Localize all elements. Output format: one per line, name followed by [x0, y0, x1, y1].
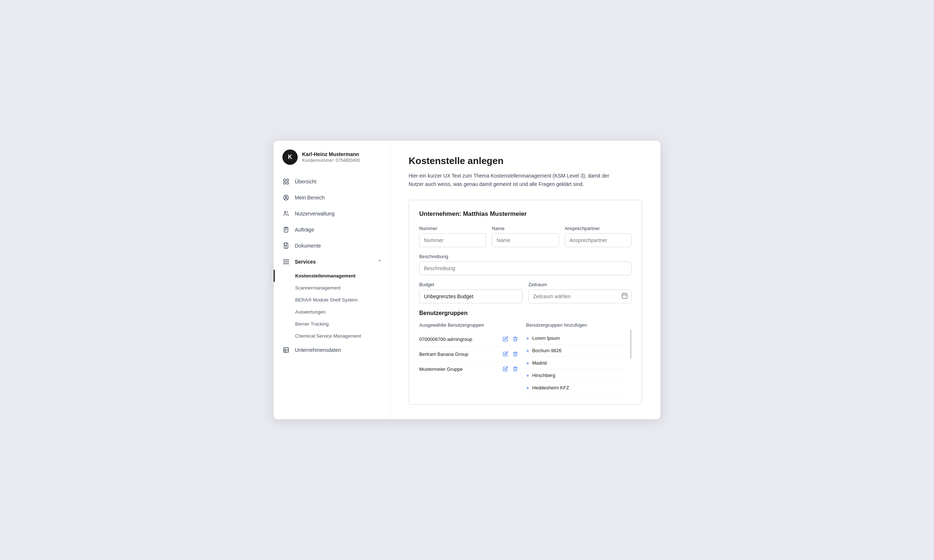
add-item-madrid[interactable]: + Madrid [526, 357, 626, 369]
input-name[interactable] [492, 233, 559, 247]
sidebar-item-services[interactable]: Services ⌃ [274, 254, 390, 270]
add-item-lorem[interactable]: + Lorem Ipsum [526, 332, 626, 345]
edit-button-mustermeier[interactable] [502, 365, 509, 373]
edit-button-bertram[interactable] [502, 350, 509, 358]
page-description: Hier ein kurzer UX Text zum Thema Kosten… [408, 172, 620, 188]
form-row-1: Nummer Name Ansprechpartner [419, 226, 632, 247]
users-icon [282, 210, 290, 217]
plus-icon-madrid: + [526, 360, 529, 366]
submenu-label-bera-module: BERA® Module Shelf System [295, 297, 358, 303]
add-item-label-madrid: Madrid [532, 360, 547, 366]
sidebar-item-dokumente[interactable]: Dokumente [274, 238, 390, 254]
label-name: Name [492, 226, 559, 231]
svg-rect-10 [284, 243, 288, 249]
svg-point-6 [285, 211, 287, 213]
form-row-3: Budget Zeitraum [419, 282, 632, 303]
bg-item-name-admingroup: 0700006700-admingroup [419, 337, 502, 342]
input-zeitraum[interactable] [528, 289, 632, 303]
apps-icon [282, 258, 290, 265]
input-nummer[interactable] [419, 233, 486, 247]
scrollbar[interactable] [630, 329, 632, 359]
sidebar-item-label-nutzerverwaltung: Nutzerverwaltung [295, 211, 334, 217]
plus-icon-heddesheim: + [526, 385, 529, 391]
bg-item-name-bertram: Bertram Banana Group [419, 351, 502, 357]
form-group-beschreibung: Beschreibung [419, 254, 632, 275]
submenu-item-scannermanagement[interactable]: Scannermanagement [274, 282, 390, 294]
bg-right-title: Benutzergruppen hinzufügen [526, 322, 626, 328]
form-row-2: Beschreibung [419, 254, 632, 275]
submenu-item-chemical-service[interactable]: Chemical Service Management [274, 330, 390, 342]
label-beschreibung: Beschreibung [419, 254, 632, 259]
grid-icon [282, 178, 290, 185]
sidebar-item-label-dokumente: Dokumente [295, 243, 321, 249]
services-submenu: Kostenstellenmanagement Scannermanagemen… [274, 270, 390, 342]
card-title: Unternehmen: Matthias Mustermeier [419, 210, 632, 218]
sidebar-item-mein-bereich[interactable]: Mein Bereich [274, 189, 390, 206]
calendar-icon [621, 292, 628, 300]
delete-button-mustermeier[interactable] [512, 365, 519, 373]
page-title: Kostenstelle anlegen [408, 155, 642, 167]
svg-point-15 [286, 260, 287, 260]
submenu-label-scannermanagement: Scannermanagement [295, 285, 341, 291]
input-budget[interactable] [419, 289, 522, 303]
svg-rect-23 [284, 348, 288, 352]
svg-point-21 [286, 263, 287, 264]
edit-button-admingroup[interactable] [502, 335, 509, 343]
svg-point-17 [284, 262, 285, 262]
form-group-name: Name [492, 226, 559, 247]
form-group-zeitraum: Zeitraum [528, 282, 632, 303]
svg-point-19 [288, 262, 288, 262]
submenu-label-auswertungen: Auswertungen [295, 309, 325, 315]
submenu-item-bera-module[interactable]: BERA® Module Shelf System [274, 294, 390, 306]
sidebar-item-auftraege[interactable]: Aufträge [274, 222, 390, 238]
svg-point-5 [285, 196, 287, 198]
svg-point-14 [284, 260, 285, 260]
table-icon [282, 346, 290, 354]
bg-left-title: Ausgewählte Benutzergruppen [419, 322, 519, 328]
input-beschreibung[interactable] [419, 262, 632, 275]
submenu-label-kostenstellenmanagement: Kostenstellenmanagement [295, 273, 355, 278]
benutzergruppen-right-wrapper: Benutzergruppen hinzufügen + Lorem Ipsum… [519, 322, 632, 394]
label-budget: Budget [419, 282, 522, 287]
user-name: Karl-Heinz Mustermann [302, 151, 360, 157]
document-icon [282, 242, 290, 249]
delete-button-admingroup[interactable] [512, 335, 519, 343]
add-item-label-hirschberg: Hirschberg [532, 372, 555, 378]
add-item-heddesheim[interactable]: + Heddesheim KFZ [526, 382, 626, 394]
app-window: K Karl-Heinz Mustermann Kundennummer: 07… [274, 141, 660, 419]
zeitraum-input-wrapper [528, 289, 632, 303]
benutzergruppen-row: Ausgewählte Benutzergruppen 0700006700-a… [419, 322, 632, 394]
svg-rect-3 [287, 182, 288, 184]
submenu-label-chemical-service: Chemical Service Management [295, 333, 361, 339]
main-content: Kostenstelle anlegen Hier ein kurzer UX … [390, 141, 660, 419]
submenu-item-kostenstellenmanagement[interactable]: Kostenstellenmanagement [274, 270, 390, 282]
svg-point-20 [284, 263, 285, 264]
delete-button-bertram[interactable] [512, 350, 519, 358]
svg-rect-2 [284, 182, 285, 184]
add-item-hirschberg[interactable]: + Hirschberg [526, 369, 626, 382]
plus-icon-bochum: + [526, 348, 529, 354]
submenu-item-auswertungen[interactable]: Auswertungen [274, 306, 390, 318]
benutzergruppen-title: Benutzergruppen [419, 310, 632, 317]
svg-rect-11 [284, 243, 287, 246]
submenu-item-berner-tracking[interactable]: Berner Tracking [274, 318, 390, 330]
plus-icon-lorem: + [526, 335, 529, 341]
sidebar-item-label-unternehmensdaten: Unternehmensdaten [295, 347, 341, 353]
form-group-ansprechpartner: Ansprechpartner [565, 226, 632, 247]
svg-point-22 [288, 263, 288, 264]
user-info: Karl-Heinz Mustermann Kundennummer: 0754… [302, 151, 360, 163]
svg-rect-1 [287, 179, 288, 181]
avatar: K [282, 149, 298, 165]
add-item-bochum[interactable]: + Bochum 9826 [526, 345, 626, 357]
label-nummer: Nummer [419, 226, 486, 231]
sidebar-item-uebersicht[interactable]: Übersicht [274, 174, 390, 189]
bg-item-mustermeier: Mustermeier Gruppe [419, 362, 519, 377]
add-item-label-heddesheim: Heddesheim KFZ [532, 385, 569, 391]
sidebar-item-nutzerverwaltung[interactable]: Nutzerverwaltung [274, 206, 390, 222]
bg-item-actions-mustermeier [502, 365, 519, 373]
input-ansprechpartner[interactable] [565, 233, 632, 247]
sidebar-item-unternehmensdaten[interactable]: Unternehmensdaten [274, 342, 390, 358]
benutzergruppen-section: Benutzergruppen Ausgewählte Benutzergrup… [419, 310, 632, 394]
clipboard-icon [282, 226, 290, 233]
form-group-nummer: Nummer [419, 226, 486, 247]
